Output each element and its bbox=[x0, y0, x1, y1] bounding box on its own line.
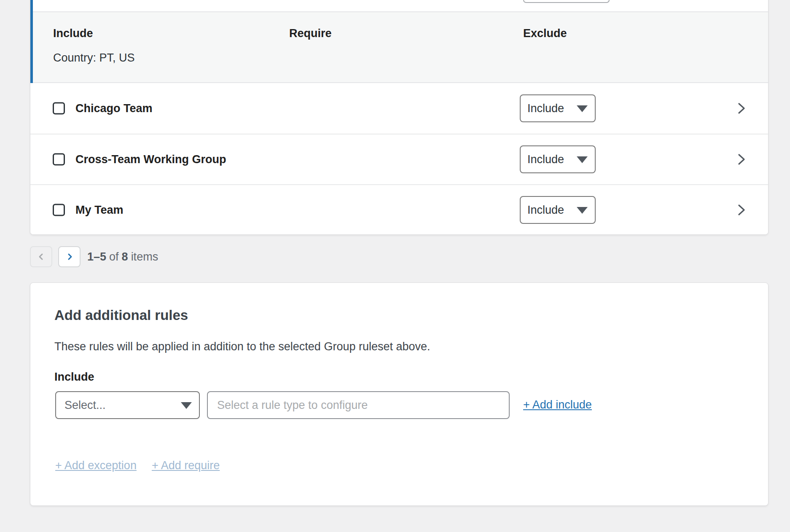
rule-type-select-value: Select... bbox=[64, 399, 106, 412]
row-action-select-value: Include bbox=[527, 102, 564, 115]
row-action-select-value: Include bbox=[527, 204, 564, 217]
pagination-status: 1–5of8items bbox=[87, 250, 161, 263]
group-row-label: My Team bbox=[75, 204, 124, 217]
pagination-range: 1–5 bbox=[87, 250, 106, 263]
row-checkbox[interactable] bbox=[53, 102, 65, 115]
groups-list-card: Include Require Exclude Country: PT, US … bbox=[30, 0, 769, 235]
chevron-right-icon[interactable] bbox=[736, 102, 747, 115]
expanded-row-accent-border bbox=[30, 0, 33, 83]
group-row: Chicago Team Include bbox=[30, 83, 768, 134]
chevron-down-icon bbox=[577, 105, 588, 112]
group-row: My Team Include bbox=[30, 184, 768, 235]
row-action-select-value: Include bbox=[527, 153, 564, 166]
chevron-right-icon[interactable] bbox=[736, 153, 747, 166]
add-require-link[interactable]: + Add require bbox=[152, 459, 220, 472]
column-header-include: Include bbox=[53, 27, 93, 40]
add-rules-card: Add additional rules These rules will be… bbox=[30, 282, 769, 506]
include-section-label: Include bbox=[54, 371, 94, 384]
row-checkbox[interactable] bbox=[53, 204, 65, 216]
pagination-items: items bbox=[131, 250, 159, 263]
pagination-next-button[interactable] bbox=[58, 246, 81, 267]
secondary-rule-links: + Add exception + Add require bbox=[55, 459, 220, 472]
pagination-of: of bbox=[109, 250, 119, 263]
chevron-down-icon bbox=[181, 402, 192, 409]
include-rules-value: Country: PT, US bbox=[53, 51, 135, 64]
row-action-select[interactable]: Include bbox=[520, 94, 596, 122]
column-header-require: Require bbox=[289, 27, 332, 40]
screen: Include Require Exclude Country: PT, US … bbox=[0, 0, 790, 532]
pagination: 1–5of8items bbox=[30, 246, 161, 267]
row-checkbox[interactable] bbox=[53, 153, 65, 166]
add-rules-description: These rules will be applied in addition … bbox=[54, 339, 430, 354]
add-rules-title: Add additional rules bbox=[54, 307, 188, 324]
cutoff-select-bottom-edge bbox=[523, 0, 610, 3]
group-row-label: Chicago Team bbox=[75, 102, 153, 115]
group-rows: Chicago Team Include Cross-Team Working … bbox=[30, 83, 768, 235]
rule-config-input[interactable] bbox=[207, 391, 510, 419]
add-exception-link[interactable]: + Add exception bbox=[55, 459, 137, 472]
chevron-down-icon bbox=[577, 156, 588, 163]
group-row: Cross-Team Working Group Include bbox=[30, 134, 768, 184]
pagination-prev-button[interactable] bbox=[30, 246, 52, 267]
chevron-down-icon bbox=[577, 207, 588, 214]
rule-type-select[interactable]: Select... bbox=[55, 391, 200, 419]
row-action-select[interactable]: Include bbox=[520, 145, 596, 173]
pagination-total: 8 bbox=[122, 250, 128, 263]
group-ruleset-detail-panel: Include Require Exclude Country: PT, US bbox=[30, 11, 768, 83]
group-row-label: Cross-Team Working Group bbox=[75, 153, 226, 166]
row-action-select[interactable]: Include bbox=[520, 196, 596, 224]
add-include-link[interactable]: + Add include bbox=[523, 398, 592, 411]
column-header-exclude: Exclude bbox=[523, 27, 567, 40]
chevron-right-icon[interactable] bbox=[736, 204, 747, 216]
